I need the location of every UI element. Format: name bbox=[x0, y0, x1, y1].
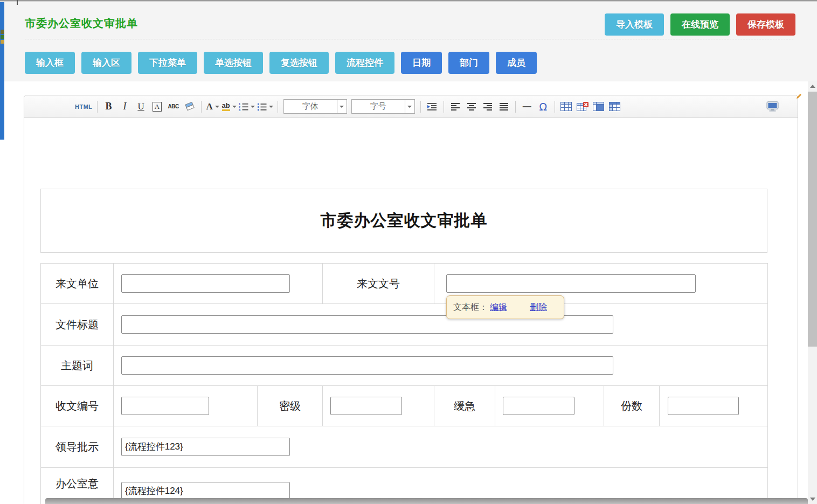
template-actions: 导入模板 在线预览 保存模板 bbox=[605, 13, 795, 36]
scroll-down-button[interactable] bbox=[808, 495, 817, 503]
table-row: 主题词 bbox=[41, 346, 768, 386]
field-label: 主题词 bbox=[41, 346, 114, 386]
rich-text-editor: HTML B I U A ABC A ab bbox=[24, 95, 798, 504]
arrow-up-icon bbox=[810, 85, 815, 88]
field-cell bbox=[323, 386, 434, 426]
form-table: 来文单位 来文文号 文件标题 主题词 bbox=[40, 263, 768, 504]
chevron-down-icon bbox=[251, 106, 255, 108]
vertical-scrollbar[interactable] bbox=[808, 81, 817, 504]
chevron-down-icon bbox=[215, 106, 219, 108]
underline-button[interactable]: U bbox=[134, 99, 148, 114]
table-properties-button[interactable] bbox=[608, 99, 622, 114]
text-input[interactable] bbox=[121, 397, 209, 415]
widget-department-button[interactable]: 部门 bbox=[448, 52, 489, 74]
align-right-icon bbox=[483, 102, 493, 111]
background-icon-fragment bbox=[1, 40, 4, 44]
online-preview-button[interactable]: 在线预览 bbox=[670, 13, 730, 36]
toolbar-separator bbox=[555, 101, 555, 113]
page-title: 市委办公室收文审批单 bbox=[25, 16, 138, 31]
align-left-button[interactable] bbox=[448, 99, 462, 114]
indent-icon bbox=[427, 102, 437, 111]
font-family-select[interactable]: 字体 bbox=[283, 99, 347, 114]
widget-flow-control-button[interactable]: 流程控件 bbox=[335, 52, 394, 74]
toolbar-separator bbox=[278, 101, 278, 113]
delete-table-button[interactable] bbox=[576, 99, 590, 114]
strikethrough-button[interactable]: ABC bbox=[167, 99, 181, 114]
boxed-a-icon: A bbox=[153, 102, 162, 112]
ordered-list-icon: 1 2 3 bbox=[239, 102, 248, 111]
dropdown-arrow bbox=[337, 100, 347, 113]
window-top-edge bbox=[0, 0, 817, 2]
align-right-button[interactable] bbox=[481, 99, 495, 114]
widget-input-box-button[interactable]: 输入框 bbox=[25, 52, 75, 74]
align-justify-icon bbox=[499, 102, 509, 111]
cell-properties-button[interactable] bbox=[592, 99, 606, 114]
horizontal-rule-button[interactable]: — bbox=[520, 99, 534, 114]
remove-format-button[interactable] bbox=[183, 99, 197, 114]
widget-dropdown-button[interactable]: 下拉菜单 bbox=[138, 52, 197, 74]
pencil-icon bbox=[797, 94, 801, 99]
scrollbar-thumb[interactable] bbox=[808, 92, 817, 347]
insert-table-button[interactable] bbox=[559, 99, 573, 114]
field-cell: {流程控件123} bbox=[114, 426, 768, 468]
font-color-button[interactable]: A bbox=[206, 99, 220, 114]
align-center-button[interactable] bbox=[465, 99, 479, 114]
chevron-down-icon bbox=[407, 106, 412, 108]
widget-input-area-button[interactable]: 输入区 bbox=[81, 52, 131, 74]
table-row: 领导批示 {流程控件123} bbox=[41, 426, 768, 468]
font-family-value: 字体 bbox=[284, 101, 337, 112]
indent-button[interactable] bbox=[425, 99, 439, 114]
align-center-icon bbox=[467, 102, 476, 111]
flow-control-input[interactable]: {流程控件123} bbox=[121, 438, 290, 456]
highlight-color-button[interactable]: ab bbox=[222, 99, 237, 114]
edit-link[interactable]: 编辑 bbox=[490, 302, 507, 313]
table-icon bbox=[560, 102, 572, 111]
text-input[interactable] bbox=[668, 397, 739, 415]
special-char-button[interactable]: Ω bbox=[536, 99, 550, 114]
text-input[interactable] bbox=[330, 397, 402, 415]
document-title: 市委办公室收文审批单 bbox=[321, 210, 488, 232]
bold-button[interactable]: B bbox=[102, 99, 116, 114]
widget-member-button[interactable]: 成员 bbox=[496, 52, 537, 74]
align-justify-button[interactable] bbox=[497, 99, 511, 114]
page: 市委办公室收文审批单 导入模板 在线预览 保存模板 输入框 输入区 下拉菜单 单… bbox=[0, 0, 817, 504]
ordered-list-button[interactable]: 1 2 3 bbox=[239, 99, 255, 114]
field-cell bbox=[114, 346, 768, 386]
editor-canvas[interactable]: 市委办公室收文审批单 来文单位 来文文号 bbox=[24, 118, 798, 504]
widget-date-button[interactable]: 日期 bbox=[401, 52, 442, 74]
font-size-select[interactable]: 字号 bbox=[351, 99, 415, 114]
unordered-list-button[interactable] bbox=[257, 99, 273, 114]
text-input[interactable] bbox=[503, 397, 574, 415]
flow-control-input[interactable]: {流程控件124} bbox=[121, 482, 290, 500]
field-cell bbox=[660, 386, 768, 426]
widget-checkbox-button[interactable]: 复选按钮 bbox=[269, 52, 329, 74]
text-input[interactable] bbox=[446, 274, 696, 293]
text-input[interactable] bbox=[121, 356, 613, 375]
field-label: 密级 bbox=[258, 386, 323, 426]
save-template-button[interactable]: 保存模板 bbox=[736, 13, 795, 36]
scroll-up-button[interactable] bbox=[808, 82, 817, 91]
align-left-icon bbox=[451, 102, 460, 111]
field-cell bbox=[114, 304, 768, 346]
field-cell bbox=[495, 386, 604, 426]
highlight-icon: ab bbox=[222, 102, 230, 111]
format-a-button[interactable]: A bbox=[150, 99, 164, 114]
field-label: 来文文号 bbox=[323, 264, 434, 304]
field-label: 份数 bbox=[604, 386, 660, 426]
widget-tooltip: 文本框： 编辑 删除 bbox=[446, 295, 564, 319]
italic-button[interactable]: I bbox=[118, 99, 132, 114]
table-row: 来文单位 来文文号 bbox=[41, 264, 768, 304]
widget-radio-button[interactable]: 单选按钮 bbox=[204, 52, 263, 74]
field-label: 收文编号 bbox=[41, 386, 114, 426]
toolbar-separator bbox=[420, 101, 421, 113]
svg-text:3: 3 bbox=[239, 108, 240, 111]
font-size-value: 字号 bbox=[352, 101, 405, 112]
import-template-button[interactable]: 导入模板 bbox=[605, 13, 664, 36]
eraser-icon bbox=[184, 102, 195, 111]
html-source-button[interactable]: HTML bbox=[75, 99, 93, 114]
widget-buttons: 输入框 输入区 下拉菜单 单选按钮 复选按钮 流程控件 日期 部门 成员 bbox=[25, 52, 537, 74]
chevron-down-icon bbox=[232, 106, 237, 108]
delete-link[interactable]: 删除 bbox=[530, 302, 547, 313]
text-input[interactable] bbox=[121, 274, 290, 293]
fullscreen-button[interactable] bbox=[765, 99, 779, 114]
